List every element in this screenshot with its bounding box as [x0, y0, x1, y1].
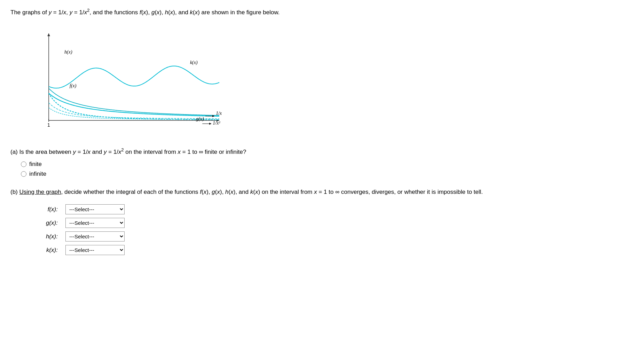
label-gx: g(x): — [38, 217, 63, 229]
radio-infinite[interactable]: infinite — [21, 171, 629, 177]
graph-area — [31, 26, 233, 134]
row-kx: k(x): ---Select--- Converges Diverges Im… — [38, 244, 127, 256]
radio-infinite-label: infinite — [29, 171, 46, 177]
part-b-link: Using the graph — [19, 189, 61, 195]
row-gx: g(x): ---Select--- Converges Diverges Im… — [38, 217, 127, 229]
radio-infinite-input[interactable] — [21, 171, 26, 177]
label-kx: k(x): — [38, 244, 63, 256]
row-hx: h(x): ---Select--- Converges Diverges Im… — [38, 231, 127, 242]
cell-hx: ---Select--- Converges Diverges Impossib… — [63, 231, 127, 242]
problem-container: The graphs of y = 1/x, y = 1/x2, and the… — [10, 7, 629, 258]
select-kx[interactable]: ---Select--- Converges Diverges Impossib… — [65, 245, 125, 255]
label-fx: f(x): — [38, 204, 63, 215]
label-hx: h(x): — [38, 231, 63, 242]
select-gx[interactable]: ---Select--- Converges Diverges Impossib… — [65, 218, 125, 228]
cell-kx: ---Select--- Converges Diverges Impossib… — [63, 244, 127, 256]
part-b-question: (b) Using the graph, decide whether the … — [10, 187, 629, 197]
problem-intro: The graphs of y = 1/x, y = 1/x2, and the… — [10, 7, 629, 17]
cell-gx: ---Select--- Converges Diverges Impossib… — [63, 217, 127, 229]
function-dropdown-table: f(x): ---Select--- Converges Diverges Im… — [38, 201, 127, 258]
radio-finite-input[interactable] — [21, 161, 26, 167]
select-fx[interactable]: ---Select--- Converges Diverges Impossib… — [65, 204, 125, 214]
select-hx[interactable]: ---Select--- Converges Diverges Impossib… — [65, 231, 125, 242]
part-a-section: (a) Is the area between y = 1/x and y = … — [10, 147, 629, 177]
graph-canvas — [31, 26, 233, 134]
row-fx: f(x): ---Select--- Converges Diverges Im… — [38, 204, 127, 215]
part-b-section: (b) Using the graph, decide whether the … — [10, 187, 629, 258]
radio-finite[interactable]: finite — [21, 161, 629, 168]
part-a-question: (a) Is the area between y = 1/x and y = … — [10, 147, 629, 157]
cell-fx: ---Select--- Converges Diverges Impossib… — [63, 204, 127, 215]
radio-finite-label: finite — [29, 161, 42, 168]
